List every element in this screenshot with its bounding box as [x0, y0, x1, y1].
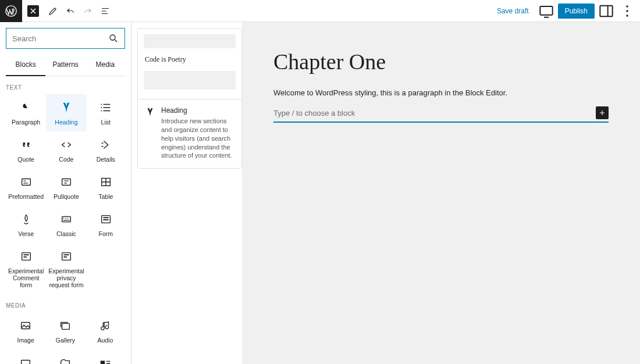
media-text-icon — [99, 357, 112, 365]
editor-canvas[interactable]: Chapter One Welcome to WordPress styling… — [242, 22, 640, 364]
block-item-file[interactable]: File — [45, 350, 85, 365]
preview-bar — [144, 71, 236, 90]
file-icon — [59, 357, 72, 365]
pullquote-icon — [60, 176, 73, 188]
verse-icon — [20, 213, 33, 226]
paragraph-block[interactable]: Welcome to WordPress styling, this is a … — [273, 88, 609, 97]
redo-icon — [83, 6, 93, 16]
block-item-audio[interactable]: Audio — [86, 312, 125, 349]
settings-sidebar-button[interactable] — [597, 2, 616, 20]
svg-point-9 — [101, 110, 102, 112]
svg-rect-21 — [63, 255, 69, 256]
block-item-form[interactable]: Form — [87, 206, 125, 243]
edit-tool-button[interactable] — [44, 0, 62, 22]
block-item-heading[interactable]: Heading — [46, 94, 86, 131]
svg-rect-1 — [540, 6, 552, 15]
search-input[interactable] — [12, 34, 97, 43]
svg-rect-26 — [101, 361, 105, 364]
options-menu-button[interactable] — [618, 2, 637, 20]
block-item-classic[interactable]: Classic — [46, 206, 86, 243]
svg-rect-2 — [600, 5, 612, 16]
svg-rect-22 — [63, 256, 67, 258]
block-preview-panel: Code is Poetry Heading Introduce new sec… — [131, 22, 242, 364]
kebab-icon — [618, 2, 637, 20]
inserter-tabs: Blocks Patterns Media — [6, 55, 125, 76]
tab-blocks[interactable]: Blocks — [6, 55, 45, 76]
paragraph-icon — [20, 101, 33, 114]
search-icon — [108, 33, 119, 44]
block-item-privacy-form[interactable]: Experimental privacy request form — [46, 243, 86, 294]
empty-block-appender[interactable]: Type / to choose a block — [273, 105, 609, 123]
preview-block-title: Heading — [161, 106, 234, 115]
details-icon — [99, 138, 112, 151]
cover-icon — [19, 357, 32, 365]
svg-rect-13 — [62, 217, 71, 222]
publish-button[interactable]: Publish — [558, 3, 595, 19]
svg-rect-10 — [22, 179, 30, 185]
undo-button[interactable] — [62, 0, 79, 22]
form2-icon — [20, 250, 33, 263]
search-container — [6, 28, 125, 49]
svg-rect-15 — [103, 217, 108, 219]
plus-icon — [598, 109, 606, 117]
block-item-preformatted[interactable]: Preformatted — [6, 169, 46, 206]
preview-sample-text: Code is Poetry — [144, 52, 236, 67]
form2b-icon — [60, 250, 73, 263]
block-item-list[interactable]: List — [87, 94, 125, 131]
block-item-code[interactable]: Code — [46, 131, 86, 169]
svg-point-7 — [101, 104, 102, 105]
block-item-quote[interactable]: Quote — [6, 131, 46, 169]
block-item-verse[interactable]: Verse — [6, 206, 46, 243]
redo-button — [79, 0, 97, 22]
gallery-icon — [59, 319, 72, 332]
form-icon — [99, 213, 112, 226]
block-item-table[interactable]: Table — [87, 169, 125, 206]
svg-point-5 — [626, 15, 628, 16]
svg-point-6 — [110, 35, 115, 40]
svg-point-8 — [101, 107, 102, 108]
list-icon — [99, 101, 112, 114]
svg-rect-19 — [23, 256, 27, 258]
quote-icon — [20, 138, 33, 151]
preformatted-icon — [20, 176, 33, 188]
svg-rect-18 — [23, 255, 29, 256]
svg-rect-25 — [22, 360, 30, 364]
preview-button[interactable] — [537, 2, 556, 20]
tab-media[interactable]: Media — [86, 55, 125, 76]
block-item-pullquote[interactable]: Pullquote — [46, 169, 86, 206]
heading-icon — [60, 101, 73, 114]
tab-patterns[interactable]: Patterns — [45, 55, 85, 76]
post-title[interactable]: Chapter One — [273, 49, 609, 74]
close-icon — [30, 8, 37, 15]
block-item-media-text[interactable]: Media & Text — [86, 350, 125, 365]
section-label-text: TEXT — [6, 76, 125, 94]
block-item-gallery[interactable]: Gallery — [45, 312, 85, 349]
svg-rect-16 — [103, 219, 108, 220]
block-item-image[interactable]: Image — [6, 312, 45, 349]
wordpress-logo[interactable] — [0, 0, 22, 22]
sidebar-icon — [597, 2, 616, 20]
heading-icon — [145, 107, 155, 117]
save-draft-button[interactable]: Save draft — [491, 3, 535, 19]
svg-rect-23 — [22, 323, 30, 329]
block-item-paragraph[interactable]: Paragraph — [6, 94, 46, 131]
block-item-comment-form[interactable]: Experimental Comment form — [6, 243, 46, 294]
inline-add-block-button[interactable] — [596, 106, 609, 119]
block-item-cover[interactable]: Cover — [6, 350, 45, 365]
svg-rect-24 — [62, 324, 70, 330]
desktop-icon — [537, 2, 556, 20]
table-icon — [99, 176, 112, 188]
svg-point-4 — [626, 10, 628, 12]
block-placeholder-text: Type / to choose a block — [273, 109, 355, 117]
svg-point-3 — [626, 5, 628, 7]
preview-bar — [144, 34, 236, 48]
code-icon — [60, 138, 73, 151]
undo-icon — [65, 6, 76, 16]
top-toolbar: Save draft Publish — [0, 0, 640, 22]
close-inserter-button[interactable] — [22, 0, 44, 22]
svg-rect-11 — [62, 179, 71, 185]
block-inserter-panel: Blocks Patterns Media TEXT Paragraph Hea… — [0, 22, 131, 364]
block-item-details[interactable]: Details — [87, 131, 125, 169]
document-overview-button[interactable] — [97, 0, 114, 22]
classic-icon — [60, 213, 73, 226]
